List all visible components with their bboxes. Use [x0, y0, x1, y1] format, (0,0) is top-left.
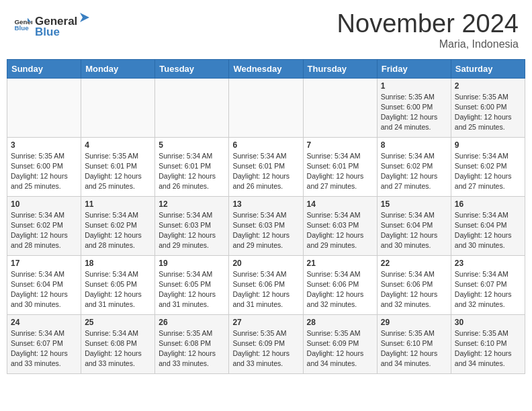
calendar-day-cell: 7Sunrise: 5:34 AM Sunset: 6:01 PM Daylig… [303, 137, 377, 196]
day-info: Sunrise: 5:35 AM Sunset: 6:09 PM Dayligh… [307, 328, 373, 369]
calendar-day-cell: 1Sunrise: 5:35 AM Sunset: 6:00 PM Daylig… [377, 78, 451, 137]
calendar-day-cell [155, 78, 229, 137]
day-info: Sunrise: 5:35 AM Sunset: 6:00 PM Dayligh… [455, 92, 521, 133]
day-number: 11 [85, 199, 151, 209]
day-number: 10 [11, 199, 77, 209]
calendar-day-cell [7, 78, 81, 137]
day-info: Sunrise: 5:34 AM Sunset: 6:03 PM Dayligh… [159, 210, 225, 251]
day-info: Sunrise: 5:34 AM Sunset: 6:01 PM Dayligh… [307, 151, 373, 192]
day-info: Sunrise: 5:35 AM Sunset: 6:01 PM Dayligh… [85, 151, 151, 192]
day-info: Sunrise: 5:34 AM Sunset: 6:02 PM Dayligh… [85, 210, 151, 251]
day-number: 18 [85, 259, 151, 268]
day-number: 21 [307, 259, 373, 268]
day-info: Sunrise: 5:34 AM Sunset: 6:05 PM Dayligh… [159, 269, 225, 310]
day-number: 27 [232, 318, 299, 327]
day-number: 13 [232, 199, 299, 209]
day-number: 1 [381, 81, 447, 91]
calendar-day-cell: 12Sunrise: 5:34 AM Sunset: 6:03 PM Dayli… [155, 196, 229, 255]
calendar-header: SundayMondayTuesdayWednesdayThursdayFrid… [7, 59, 525, 78]
calendar-day-cell: 18Sunrise: 5:34 AM Sunset: 6:05 PM Dayli… [81, 255, 155, 314]
calendar-day-cell: 8Sunrise: 5:34 AM Sunset: 6:02 PM Daylig… [377, 137, 451, 196]
day-info: Sunrise: 5:34 AM Sunset: 6:03 PM Dayligh… [307, 210, 373, 251]
calendar-day-cell [303, 78, 377, 137]
calendar-day-cell: 11Sunrise: 5:34 AM Sunset: 6:02 PM Dayli… [81, 196, 155, 255]
day-number: 22 [381, 259, 447, 268]
calendar-day-cell: 29Sunrise: 5:35 AM Sunset: 6:10 PM Dayli… [377, 314, 451, 373]
calendar-day-cell: 26Sunrise: 5:35 AM Sunset: 6:08 PM Dayli… [155, 314, 229, 373]
calendar-week-row: 3Sunrise: 5:35 AM Sunset: 6:00 PM Daylig… [7, 137, 525, 196]
day-number: 5 [159, 140, 225, 150]
day-number: 29 [381, 318, 447, 327]
day-info: Sunrise: 5:35 AM Sunset: 6:00 PM Dayligh… [381, 92, 447, 133]
day-info: Sunrise: 5:34 AM Sunset: 6:03 PM Dayligh… [232, 210, 299, 251]
day-info: Sunrise: 5:34 AM Sunset: 6:02 PM Dayligh… [381, 151, 447, 192]
day-number: 4 [85, 140, 151, 150]
day-info: Sunrise: 5:34 AM Sunset: 6:04 PM Dayligh… [381, 210, 447, 251]
day-info: Sunrise: 5:34 AM Sunset: 6:06 PM Dayligh… [232, 269, 299, 310]
day-number: 28 [307, 318, 373, 327]
calendar-day-cell: 27Sunrise: 5:35 AM Sunset: 6:09 PM Dayli… [229, 314, 303, 373]
calendar-week-row: 10Sunrise: 5:34 AM Sunset: 6:02 PM Dayli… [7, 196, 525, 255]
calendar-day-cell: 21Sunrise: 5:34 AM Sunset: 6:06 PM Dayli… [303, 255, 377, 314]
day-number: 15 [381, 199, 447, 209]
day-number: 12 [159, 199, 225, 209]
calendar-day-cell: 30Sunrise: 5:35 AM Sunset: 6:10 PM Dayli… [451, 314, 525, 373]
day-info: Sunrise: 5:34 AM Sunset: 6:06 PM Dayligh… [381, 269, 447, 310]
weekday-header-saturday: Saturday [451, 59, 525, 78]
calendar-day-cell [81, 78, 155, 137]
calendar-day-cell: 13Sunrise: 5:34 AM Sunset: 6:03 PM Dayli… [229, 196, 303, 255]
day-info: Sunrise: 5:34 AM Sunset: 6:05 PM Dayligh… [85, 269, 151, 310]
day-info: Sunrise: 5:34 AM Sunset: 6:08 PM Dayligh… [85, 328, 151, 369]
calendar-day-cell: 5Sunrise: 5:34 AM Sunset: 6:01 PM Daylig… [155, 137, 229, 196]
calendar-body: 1Sunrise: 5:35 AM Sunset: 6:00 PM Daylig… [7, 78, 525, 373]
calendar-week-row: 17Sunrise: 5:34 AM Sunset: 6:04 PM Dayli… [7, 255, 525, 314]
calendar-table: SundayMondayTuesdayWednesdayThursdayFrid… [7, 59, 525, 374]
day-info: Sunrise: 5:34 AM Sunset: 6:07 PM Dayligh… [455, 269, 521, 310]
day-number: 3 [11, 140, 77, 150]
day-info: Sunrise: 5:34 AM Sunset: 6:04 PM Dayligh… [11, 269, 77, 310]
day-number: 25 [85, 318, 151, 327]
day-info: Sunrise: 5:34 AM Sunset: 6:01 PM Dayligh… [232, 151, 299, 192]
weekday-header-tuesday: Tuesday [155, 59, 229, 78]
day-number: 16 [455, 199, 521, 209]
location-subtitle: Maria, Indonesia [337, 38, 519, 50]
day-info: Sunrise: 5:35 AM Sunset: 6:10 PM Dayligh… [455, 328, 521, 369]
calendar-day-cell: 19Sunrise: 5:34 AM Sunset: 6:05 PM Dayli… [155, 255, 229, 314]
svg-text:Blue: Blue [14, 24, 29, 32]
calendar-day-cell: 9Sunrise: 5:34 AM Sunset: 6:02 PM Daylig… [451, 137, 525, 196]
logo-arrow-icon [77, 10, 92, 25]
page-header: General Blue General Blue November 2024 … [7, 7, 525, 54]
day-info: Sunrise: 5:35 AM Sunset: 6:09 PM Dayligh… [232, 328, 299, 369]
calendar-day-cell: 2Sunrise: 5:35 AM Sunset: 6:00 PM Daylig… [451, 78, 525, 137]
day-info: Sunrise: 5:34 AM Sunset: 6:07 PM Dayligh… [11, 328, 77, 369]
calendar-day-cell: 10Sunrise: 5:34 AM Sunset: 6:02 PM Dayli… [7, 196, 81, 255]
day-number: 30 [455, 318, 521, 327]
day-number: 2 [455, 81, 521, 91]
calendar-day-cell: 6Sunrise: 5:34 AM Sunset: 6:01 PM Daylig… [229, 137, 303, 196]
month-year-title: November 2024 [337, 10, 519, 38]
logo-icon: General Blue [13, 15, 32, 34]
weekday-header-monday: Monday [81, 59, 155, 78]
calendar-day-cell: 3Sunrise: 5:35 AM Sunset: 6:00 PM Daylig… [7, 137, 81, 196]
weekday-header-thursday: Thursday [303, 59, 377, 78]
weekday-header-friday: Friday [377, 59, 451, 78]
day-info: Sunrise: 5:35 AM Sunset: 6:10 PM Dayligh… [381, 328, 447, 369]
day-info: Sunrise: 5:34 AM Sunset: 6:04 PM Dayligh… [455, 210, 521, 251]
calendar-day-cell: 20Sunrise: 5:34 AM Sunset: 6:06 PM Dayli… [229, 255, 303, 314]
day-number: 7 [307, 140, 373, 150]
day-number: 8 [381, 140, 447, 150]
day-info: Sunrise: 5:34 AM Sunset: 6:02 PM Dayligh… [11, 210, 77, 251]
svg-marker-3 [80, 13, 89, 22]
day-info: Sunrise: 5:35 AM Sunset: 6:00 PM Dayligh… [11, 151, 77, 192]
calendar-day-cell: 24Sunrise: 5:34 AM Sunset: 6:07 PM Dayli… [7, 314, 81, 373]
title-block: November 2024 Maria, Indonesia [337, 10, 519, 50]
calendar-day-cell: 23Sunrise: 5:34 AM Sunset: 6:07 PM Dayli… [451, 255, 525, 314]
calendar-day-cell: 17Sunrise: 5:34 AM Sunset: 6:04 PM Dayli… [7, 255, 81, 314]
day-number: 9 [455, 140, 521, 150]
calendar-day-cell: 14Sunrise: 5:34 AM Sunset: 6:03 PM Dayli… [303, 196, 377, 255]
calendar-day-cell: 15Sunrise: 5:34 AM Sunset: 6:04 PM Dayli… [377, 196, 451, 255]
day-number: 19 [159, 259, 225, 268]
day-number: 24 [11, 318, 77, 327]
logo: General Blue General Blue [13, 10, 92, 39]
calendar-day-cell: 16Sunrise: 5:34 AM Sunset: 6:04 PM Dayli… [451, 196, 525, 255]
